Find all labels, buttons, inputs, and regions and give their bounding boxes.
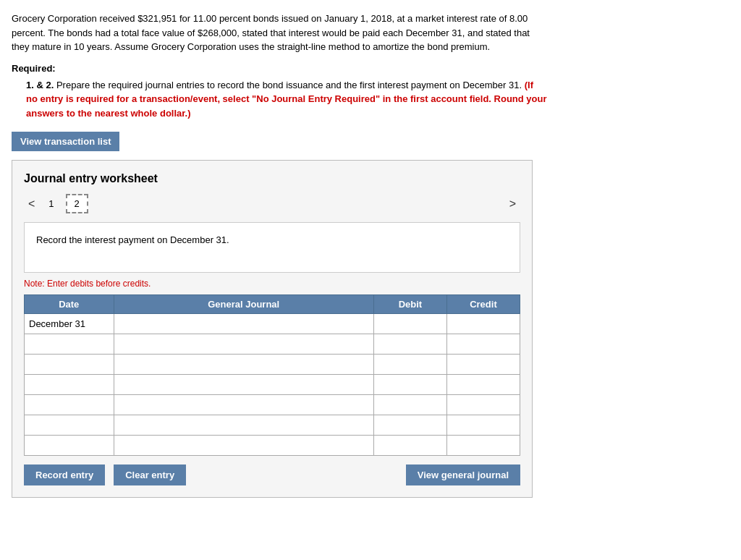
buttons-row: Record entry Clear entry View general jo…	[24, 464, 520, 485]
general-journal-input[interactable]	[114, 395, 373, 415]
date-cell	[25, 375, 114, 395]
tab-2[interactable]: 2	[66, 194, 88, 213]
credit-input[interactable]	[447, 395, 520, 415]
general-journal-cell[interactable]	[114, 415, 373, 436]
date-cell	[25, 334, 114, 355]
required-label: Required:	[12, 63, 729, 74]
general-journal-input[interactable]	[114, 436, 373, 455]
general-journal-input[interactable]	[114, 314, 373, 334]
debit-input[interactable]	[374, 395, 446, 415]
credit-input[interactable]	[447, 436, 520, 455]
worksheet-container: Journal entry worksheet < 1 2 > Record t…	[12, 160, 533, 498]
worksheet-title: Journal entry worksheet	[24, 172, 520, 185]
debit-cell[interactable]	[373, 375, 446, 395]
general-journal-cell[interactable]	[114, 355, 373, 375]
note-text: Note: Enter debits before credits.	[24, 279, 520, 289]
intro-paragraph: Grocery Corporation received $321,951 fo…	[12, 12, 547, 54]
table-row	[25, 436, 520, 456]
table-row	[25, 395, 520, 415]
debit-input[interactable]	[374, 415, 446, 435]
credit-cell[interactable]	[446, 355, 520, 375]
credit-cell[interactable]	[446, 375, 520, 395]
table-row: December 31	[25, 314, 520, 334]
credit-input[interactable]	[447, 415, 520, 435]
general-journal-cell[interactable]	[114, 375, 373, 395]
credit-input[interactable]	[447, 314, 520, 334]
date-cell: December 31	[25, 314, 114, 334]
debit-cell[interactable]	[373, 395, 446, 415]
debit-input[interactable]	[374, 375, 446, 394]
nav-left-arrow[interactable]: <	[24, 196, 39, 212]
debit-input[interactable]	[374, 334, 446, 354]
col-credit: Credit	[446, 295, 520, 314]
tabs-row: < 1 2 >	[24, 194, 520, 213]
worksheet-instruction: Record the interest payment on December …	[24, 222, 520, 273]
credit-cell[interactable]	[446, 415, 520, 436]
credit-input[interactable]	[447, 355, 520, 374]
view-general-journal-button[interactable]: View general journal	[406, 464, 520, 485]
date-cell	[25, 436, 114, 456]
table-row	[25, 375, 520, 395]
nav-right-arrow[interactable]: >	[505, 196, 520, 212]
col-date: Date	[25, 295, 114, 314]
credit-cell[interactable]	[446, 334, 520, 355]
debit-cell[interactable]	[373, 436, 446, 456]
instruction-block: 1. & 2. Prepare the required journal ent…	[26, 78, 547, 121]
debit-input[interactable]	[374, 355, 446, 374]
date-cell	[25, 415, 114, 436]
general-journal-cell[interactable]	[114, 436, 373, 456]
general-journal-input[interactable]	[114, 415, 373, 435]
col-general-journal: General Journal	[114, 295, 373, 314]
table-row	[25, 415, 520, 436]
col-debit: Debit	[373, 295, 446, 314]
date-cell	[25, 355, 114, 375]
clear-entry-button[interactable]: Clear entry	[114, 464, 186, 485]
debit-input[interactable]	[374, 314, 446, 334]
credit-cell[interactable]	[446, 436, 520, 456]
general-journal-input[interactable]	[114, 375, 373, 394]
item-number: 1. & 2.	[26, 80, 54, 90]
credit-cell[interactable]	[446, 314, 520, 334]
table-row	[25, 355, 520, 375]
credit-input[interactable]	[447, 334, 520, 354]
debit-cell[interactable]	[373, 355, 446, 375]
general-journal-input[interactable]	[114, 355, 373, 374]
date-cell	[25, 395, 114, 415]
journal-table: Date General Journal Debit Credit Decemb…	[24, 294, 520, 456]
credit-input[interactable]	[447, 375, 520, 394]
debit-cell[interactable]	[373, 415, 446, 436]
record-entry-button[interactable]: Record entry	[24, 464, 105, 485]
general-journal-cell[interactable]	[114, 334, 373, 355]
tab-1[interactable]: 1	[41, 195, 61, 212]
debit-input[interactable]	[374, 436, 446, 455]
debit-cell[interactable]	[373, 314, 446, 334]
instruction-normal: Prepare the required journal entries to …	[56, 80, 522, 90]
general-journal-cell[interactable]	[114, 395, 373, 415]
table-row	[25, 334, 520, 355]
debit-cell[interactable]	[373, 334, 446, 355]
general-journal-input[interactable]	[114, 334, 373, 354]
general-journal-cell[interactable]	[114, 314, 373, 334]
view-transaction-button[interactable]: View transaction list	[12, 132, 119, 151]
credit-cell[interactable]	[446, 395, 520, 415]
